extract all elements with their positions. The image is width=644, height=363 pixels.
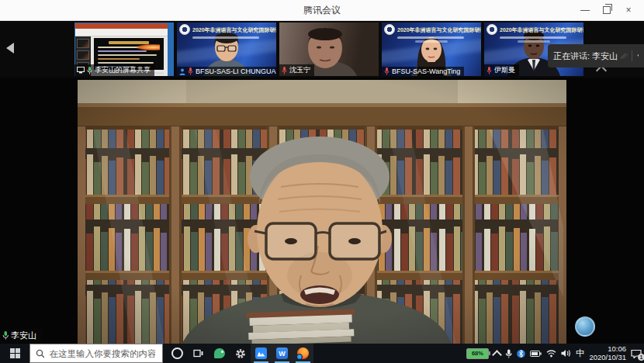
reply-arrow-icon[interactable] [636,51,639,60]
participant-label: 沈玉宁 [279,64,314,76]
windows-logo-icon [10,348,20,358]
settings-button[interactable] [230,344,251,363]
powerpoint-titlebar [75,23,168,29]
taskbar-search[interactable] [29,344,163,363]
taskbar-app-icons: W [167,344,313,363]
participant-name: 沈玉宁 [289,65,310,75]
participant-name: 李安山的屏幕共享 [95,65,151,75]
participant-name: BFSU-SAS-WangTing [392,67,460,75]
participant-thumbnail-strip: 李安山的屏幕共享 2020年非洲语言与文化研究国际研讨会 [0,21,644,78]
conference-title: 2020年非洲语言与文化研究国际研讨会 [500,26,583,33]
browser-icon [297,347,309,359]
microphone-muted-icon [282,67,287,74]
wps-app-button[interactable]: W [272,344,293,363]
tencent-meeting-app-button[interactable] [251,344,272,363]
clock-time: 10:06 [589,345,626,354]
microphone-muted-icon [384,67,390,75]
participant-name: BFSU-SAS-LI CHUNGUAN [196,67,276,75]
previous-page-arrow-icon[interactable] [6,43,14,54]
restore-button[interactable] [596,0,618,20]
university-logo-icon [486,24,497,35]
taskbar-clock[interactable]: 10:06 2020/10/31 [589,345,626,361]
participant-label: 李安山的屏幕共享 [74,64,154,76]
window-title: 腾讯会议 [0,0,644,20]
search-input[interactable] [48,348,158,359]
battery-percent-indicator[interactable]: 68% [466,348,489,359]
university-logo-icon [384,24,395,35]
clock-date: 2020/10/31 [589,354,626,362]
action-center-button[interactable]: 1 [631,349,642,358]
tray-battery-icon[interactable] [530,350,542,358]
thumbnail-screen-share[interactable]: 李安山的屏幕共享 [74,22,174,76]
window-controls: — × [574,0,639,20]
network-signal-icon[interactable] [546,349,556,358]
main-speaker-label: 李安山 [0,329,42,343]
speaker-icon[interactable] [561,349,571,358]
title-bar: 腾讯会议 — × [0,0,644,21]
microphone-on-icon [87,67,92,74]
main-stage: 李安山 [0,78,644,344]
tray-microphone-icon[interactable] [505,349,512,358]
main-speaker-name: 李安山 [11,330,36,341]
hand-raise-person-icon [179,68,185,75]
participant-label: 伊斯曼 [484,64,519,76]
thumbnail-participant[interactable]: 2020年非洲语言与文化研究国际研讨会 BFSU-SAS-LI CHUNGUAN [177,22,276,76]
conference-banner: 2020年非洲语言与文化研究国际研讨会 [384,24,479,41]
gear-icon [235,348,246,359]
meeting-floating-badge-icon[interactable] [575,316,595,337]
microphone-on-icon [2,331,9,340]
speaker-video-scene [78,80,566,344]
conference-subtitle-line [397,36,464,39]
green-chat-app-icon [214,348,225,358]
wps-icon: W [276,347,288,359]
thumbnail-participant[interactable]: 2020年非洲语言与文化研究国际研讨会 BFSU-SAS-WangTing [382,22,481,76]
participant-label: BFSU-SAS-LI CHUNGUAN [177,67,276,76]
task-view-button[interactable] [188,344,209,363]
cortana-icon [171,347,183,359]
notification-count-badge: 1 [638,354,644,361]
participant-name: 伊斯曼 [494,65,515,75]
system-tray: 68% [466,344,644,363]
windows-taskbar: W 68% [0,344,644,363]
thumbnail-participant[interactable]: 沈玉宁 [279,22,379,76]
conference-session-line [415,40,448,43]
participant-label: BFSU-SAS-WangTing [382,67,464,76]
powerpoint-ribbon [75,29,168,36]
slide-graphic [137,44,160,50]
tencent-meeting-icon [255,347,267,359]
start-button[interactable] [0,344,29,363]
conference-title: 2020年非洲语言与文化研究国际研讨会 [397,26,481,33]
microphone-muted-icon [486,67,492,74]
close-button[interactable]: × [618,0,639,20]
main-speaker-video[interactable] [78,80,566,344]
conference-subtitle-line [192,36,259,39]
tencent-meeting-window: 腾讯会议 — × [0,0,644,363]
conference-title: 2020年非洲语言与文化研究国际研讨会 [192,26,276,33]
bluetooth-icon[interactable] [517,349,525,358]
ime-language-indicator[interactable]: 中 [576,347,585,359]
microphone-muted-icon [188,67,193,75]
conference-banner: 2020年非洲语言与文化研究国际研讨会 [179,24,274,41]
conference-session-line [518,40,550,43]
hidden-icons-chevron-icon[interactable] [492,350,502,360]
now-speaking-toast: 正在讲话: 李安山 [548,44,644,67]
search-icon [36,349,44,358]
cortana-button[interactable] [167,344,188,363]
university-logo-icon [179,24,190,35]
browser-app-button[interactable] [293,344,313,363]
conference-banner: 2020年非洲语言与文化研究国际研讨会 [486,24,581,41]
minimize-button[interactable]: — [574,0,596,20]
now-speaking-text: 正在讲话: 李安山 [553,50,618,62]
restore-icon [603,6,611,14]
chat-app-button[interactable] [209,344,230,363]
task-view-icon [193,348,203,358]
conference-subtitle-line [500,36,566,39]
screen-share-icon [77,67,85,74]
